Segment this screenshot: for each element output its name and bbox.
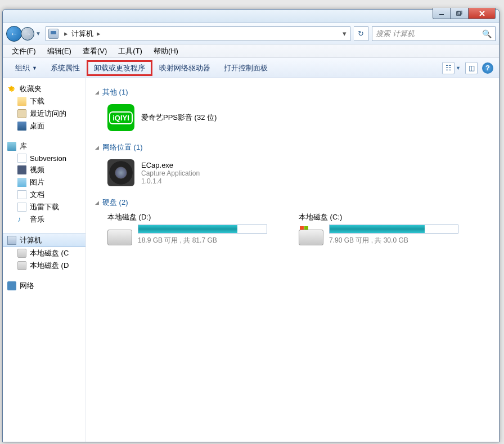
search-box[interactable]: 🔍 [372, 26, 496, 41]
preview-pane-button[interactable]: ◫ [465, 62, 478, 74]
forward-button[interactable]: → [21, 27, 34, 41]
collapse-icon: ◢ [95, 89, 99, 95]
system-properties-button[interactable]: 系统属性 [44, 61, 87, 75]
recent-icon [17, 109, 26, 118]
item-label: 爱奇艺PPS影音 (32 位) [141, 113, 217, 123]
menu-help[interactable]: 帮助(H) [148, 45, 184, 57]
libraries-icon [7, 142, 16, 151]
star-icon [7, 84, 16, 93]
close-icon [479, 11, 485, 16]
desktop-icon [17, 122, 26, 131]
search-input[interactable] [376, 29, 482, 38]
refresh-button[interactable]: ↻ [354, 26, 368, 41]
sidebar-item-drive-c[interactable]: 本地磁盘 (C [3, 247, 86, 259]
document-icon [17, 203, 26, 212]
item-description: Capture Application [141, 169, 200, 177]
breadcrumb-sep-icon[interactable]: ▸ [93, 29, 104, 38]
drive-free-space: 7.90 GB 可用 , 共 30.0 GB [329, 236, 467, 245]
group-header-hard-drives[interactable]: ◢硬盘 (2) [95, 194, 490, 212]
drive-icon [17, 261, 26, 270]
list-item[interactable]: iQIYI 爱奇艺PPS影音 (32 位) [95, 102, 490, 139]
close-button[interactable] [469, 8, 496, 19]
sidebar-computer[interactable]: 计算机 [3, 234, 86, 247]
sidebar-item-xunlei[interactable]: 迅雷下载 [3, 201, 86, 213]
minimize-icon [439, 11, 444, 16]
group-header-other[interactable]: ◢其他 (1) [95, 84, 490, 102]
nav-bar: ← → ▼ ▸ 计算机 ▸ ▾ ↻ 🔍 [3, 23, 499, 44]
view-options-button[interactable]: ☷ [442, 62, 454, 74]
search-icon[interactable]: 🔍 [482, 29, 492, 38]
content-pane: ◢其他 (1) iQIYI 爱奇艺PPS影音 (32 位) ◢网络位置 (1) … [86, 78, 499, 442]
organize-button[interactable]: 组织 ▼ [8, 61, 44, 75]
chevron-down-icon[interactable]: ▼ [456, 65, 461, 71]
help-button[interactable]: ? [482, 62, 493, 74]
sidebar-libraries[interactable]: 库 [3, 140, 86, 153]
music-icon: ♪ [17, 215, 26, 224]
help-icon: ? [485, 64, 490, 72]
chevron-down-icon: ▼ [32, 65, 37, 71]
sidebar-favorites[interactable]: 收藏夹 [3, 83, 86, 95]
map-network-drive-button[interactable]: 映射网络驱动器 [152, 61, 217, 75]
menu-edit[interactable]: 编辑(E) [42, 45, 77, 57]
drive-label: 本地磁盘 (C:) [299, 212, 467, 225]
computer-icon [48, 29, 58, 39]
hard-drive-icon [107, 225, 132, 245]
video-icon [17, 165, 26, 174]
drive-free-space: 18.9 GB 可用 , 共 81.7 GB [138, 236, 276, 245]
svg-rect-0 [439, 14, 444, 15]
sidebar-item-subversion[interactable]: Subversion [3, 153, 86, 164]
drive-item[interactable]: 本地磁盘 (D:) 18.9 GB 可用 , 共 81.7 GB [107, 212, 276, 245]
menu-tools[interactable]: 工具(T) [112, 45, 148, 57]
svg-rect-2 [458, 11, 462, 14]
group-header-network-locations[interactable]: ◢网络位置 (1) [95, 139, 490, 157]
sidebar-item-documents[interactable]: 文档 [3, 189, 86, 201]
open-control-panel-button[interactable]: 打开控制面板 [217, 61, 274, 75]
sidebar-item-pictures[interactable]: 图片 [3, 176, 86, 189]
breadcrumb-sep-icon[interactable]: ▸ [61, 29, 71, 38]
sidebar-item-desktop[interactable]: 桌面 [3, 120, 86, 132]
address-bar[interactable]: ▸ 计算机 ▸ ▾ [46, 26, 350, 41]
hard-drive-icon [299, 225, 323, 245]
minimize-button[interactable] [433, 8, 451, 19]
sidebar-item-videos[interactable]: 视频 [3, 164, 86, 176]
item-version: 1.0.1.4 [141, 177, 200, 185]
sidebar-item-drive-d[interactable]: 本地磁盘 (D [3, 259, 86, 272]
menu-file[interactable]: 文件(F) [6, 45, 42, 57]
refresh-icon: ↻ [358, 29, 364, 38]
command-bar: 组织 ▼ 系统属性 卸载或更改程序 映射网络驱动器 打开控制面板 ☷ ▼ ◫ ? [3, 58, 499, 78]
back-button[interactable]: ← [6, 26, 22, 42]
nav-history-dropdown[interactable]: ▼ [34, 30, 42, 37]
menu-view[interactable]: 查看(V) [77, 45, 112, 57]
iqiyi-icon: iQIYI [107, 104, 134, 131]
breadcrumb-computer[interactable]: 计算机 [71, 29, 93, 39]
explorer-body: 收藏夹 下载 最近访问的 桌面 库 Subversion 视频 图片 文档 迅雷… [3, 78, 499, 442]
preview-pane-icon: ◫ [469, 64, 475, 72]
collapse-icon: ◢ [95, 200, 99, 205]
view-icon: ☷ [446, 64, 452, 72]
document-icon [17, 154, 26, 163]
sidebar-item-recent[interactable]: 最近访问的 [3, 107, 86, 120]
sidebar-item-downloads[interactable]: 下载 [3, 95, 86, 107]
explorer-window: ← → ▼ ▸ 计算机 ▸ ▾ ↻ 🔍 文件(F) 编辑(E) 查看(V) 工具… [2, 9, 500, 442]
list-item[interactable]: ECap.exe Capture Application 1.0.1.4 [95, 157, 490, 194]
maximize-button[interactable] [451, 8, 469, 19]
titlebar[interactable] [3, 10, 499, 23]
drive-icon [17, 249, 26, 258]
folder-icon [17, 97, 26, 106]
camera-icon [107, 159, 134, 186]
sidebar-item-music[interactable]: ♪音乐 [3, 213, 86, 226]
address-dropdown[interactable]: ▾ [339, 29, 350, 38]
computer-icon [7, 236, 16, 245]
back-arrow-icon: ← [10, 29, 18, 38]
uninstall-change-program-button[interactable]: 卸载或更改程序 [87, 60, 152, 76]
drive-label: 本地磁盘 (D:) [107, 212, 276, 225]
document-icon [17, 190, 26, 199]
capacity-bar [138, 225, 267, 234]
maximize-icon [456, 11, 463, 16]
capacity-bar [329, 225, 458, 234]
sidebar-network[interactable]: 网络 [3, 280, 86, 292]
network-icon [7, 281, 16, 290]
collapse-icon: ◢ [95, 145, 99, 150]
window-controls [433, 8, 496, 19]
drive-item[interactable]: 本地磁盘 (C:) 7.90 GB 可用 , 共 30.0 GB [299, 212, 467, 245]
